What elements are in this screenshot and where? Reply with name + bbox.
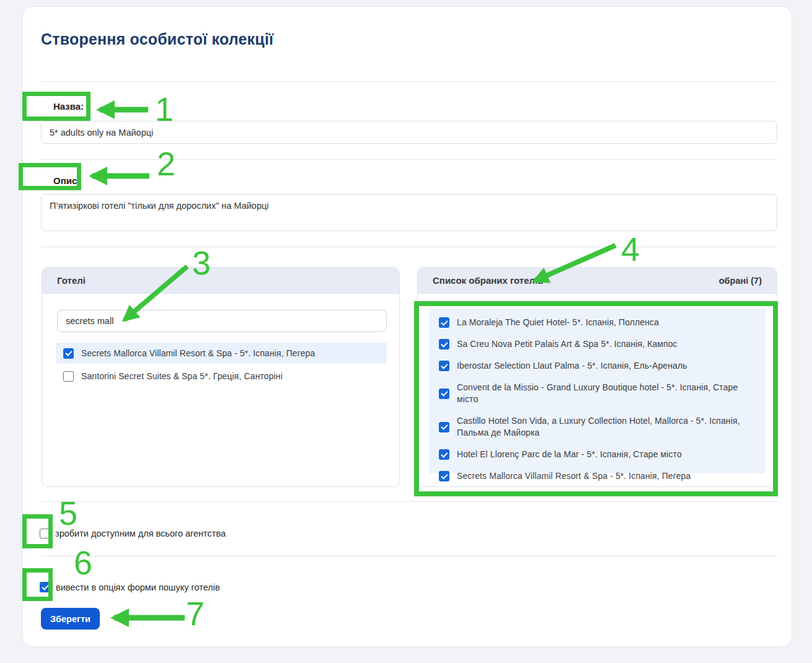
hotels-panel: Готелі Secrets Mallorca Villamil Resort …: [42, 267, 400, 487]
hotels-panel-header: Готелі: [42, 268, 399, 294]
annotation-arrow-3: [115, 260, 192, 330]
hotel-search-input[interactable]: [57, 310, 387, 332]
hotel-row[interactable]: Santorini Secret Suites & Spa 5*. Греція…: [56, 366, 387, 387]
page-title: Створення особистої колекції: [41, 30, 273, 48]
annotation-box-search-form-checkbox: [22, 568, 53, 601]
annotation-box-description-label: [19, 163, 81, 190]
hotel-checkbox-checked[interactable]: [63, 348, 74, 359]
hotel-row-label: Santorini Secret Suites & Spa 5*. Греція…: [81, 371, 283, 382]
save-button[interactable]: Зберегти: [41, 608, 100, 630]
annotation-box-agency-checkbox: [22, 514, 53, 548]
selected-count-badge: обрані (7): [719, 276, 762, 286]
annotation-number-2: 2: [157, 146, 175, 182]
annotation-box-name-label: [22, 92, 90, 121]
hotel-row[interactable]: Secrets Mallorca Villamil Resort & Spa -…: [56, 343, 387, 364]
search-form-checkbox-label: вивести в опціях форми пошуку готелів: [56, 582, 220, 592]
hotel-checkbox-unchecked[interactable]: [63, 371, 74, 382]
divider: [41, 501, 777, 502]
annotation-number-6: 6: [74, 545, 92, 581]
divider: [41, 556, 777, 556]
annotation-arrow-7: [104, 606, 191, 630]
page: Створення особистої колекції Назва: * Оп…: [0, 0, 812, 663]
annotation-arrow-1: [90, 99, 152, 121]
divider: [41, 247, 777, 247]
annotation-number-5: 5: [59, 496, 77, 531]
annotation-number-1: 1: [155, 92, 174, 127]
description-textarea[interactable]: П’ятизіркові готелі "тільки для дорослих…: [41, 194, 777, 231]
divider: [41, 81, 777, 82]
search-form-option-row[interactable]: вивести в опціях форми пошуку готелів: [40, 582, 220, 592]
hotels-panel-title: Готелі: [57, 275, 86, 286]
name-input[interactable]: [41, 121, 777, 144]
annotation-arrow-2: [84, 165, 153, 187]
annotation-number-7: 7: [186, 596, 205, 631]
annotation-number-3: 3: [192, 245, 211, 281]
annotation-arrow-4: [524, 239, 620, 291]
hotel-row-label: Secrets Mallorca Villamil Resort & Spa -…: [81, 348, 315, 359]
agency-checkbox-label: зробити доступним для всього агентства: [55, 529, 226, 538]
divider: [41, 159, 777, 160]
annotation-number-4: 4: [621, 232, 640, 267]
annotation-box-selected-hotels: [414, 301, 778, 496]
